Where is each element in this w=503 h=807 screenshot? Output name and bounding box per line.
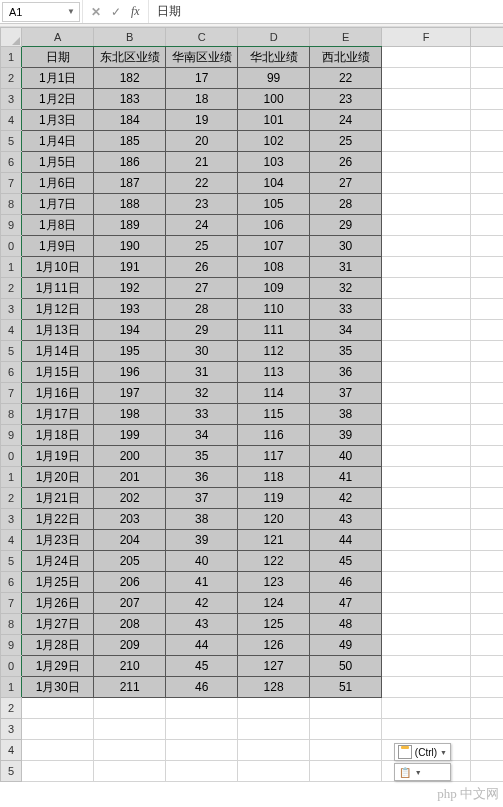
cell[interactable]: 19 <box>166 110 238 131</box>
cell[interactable]: 24 <box>166 215 238 236</box>
cell[interactable]: 210 <box>94 656 166 677</box>
col-header-E[interactable]: E <box>310 28 382 47</box>
cell[interactable]: 99 <box>238 68 310 89</box>
data-header-cell[interactable]: 日期 <box>22 47 94 68</box>
cell[interactable] <box>471 551 503 572</box>
cell[interactable] <box>166 698 238 719</box>
cell[interactable] <box>471 698 503 719</box>
cell[interactable]: 1月29日 <box>22 656 94 677</box>
cell[interactable]: 209 <box>94 635 166 656</box>
cell[interactable]: 35 <box>166 446 238 467</box>
row-header[interactable]: 3 <box>1 509 22 530</box>
cell[interactable]: 29 <box>166 320 238 341</box>
cell[interactable]: 120 <box>238 509 310 530</box>
cell[interactable]: 190 <box>94 236 166 257</box>
cell[interactable]: 1月13日 <box>22 320 94 341</box>
cell[interactable] <box>94 719 166 740</box>
cell[interactable] <box>471 110 503 131</box>
cell[interactable] <box>382 551 471 572</box>
cell[interactable]: 199 <box>94 425 166 446</box>
cell[interactable]: 116 <box>238 425 310 446</box>
cell[interactable]: 50 <box>310 656 382 677</box>
cell[interactable]: 26 <box>310 152 382 173</box>
cell[interactable] <box>22 761 94 782</box>
cell[interactable]: 1月12日 <box>22 299 94 320</box>
cell[interactable]: 109 <box>238 278 310 299</box>
cell[interactable]: 28 <box>310 194 382 215</box>
cell[interactable]: 23 <box>166 194 238 215</box>
row-header[interactable]: 5 <box>1 761 22 782</box>
cell[interactable]: 32 <box>310 278 382 299</box>
cell[interactable] <box>22 719 94 740</box>
cell[interactable] <box>22 698 94 719</box>
cell[interactable]: 121 <box>238 530 310 551</box>
cell[interactable]: 186 <box>94 152 166 173</box>
row-header[interactable]: 7 <box>1 383 22 404</box>
row-header[interactable]: 8 <box>1 614 22 635</box>
cell[interactable] <box>238 761 310 782</box>
paste-ctrl-button[interactable]: (Ctrl) ▼ <box>394 743 451 761</box>
spreadsheet-grid[interactable]: A B C D E F G 1日期东北区业绩华南区业绩华北业绩西北业绩21月1日… <box>0 27 503 782</box>
cell[interactable] <box>471 656 503 677</box>
cell[interactable] <box>382 257 471 278</box>
row-header[interactable]: 0 <box>1 236 22 257</box>
cell[interactable] <box>471 320 503 341</box>
cell[interactable]: 187 <box>94 173 166 194</box>
cell[interactable]: 122 <box>238 551 310 572</box>
cell[interactable]: 31 <box>166 362 238 383</box>
cell[interactable]: 42 <box>310 488 382 509</box>
cell[interactable] <box>471 131 503 152</box>
cell[interactable] <box>382 719 471 740</box>
cell[interactable] <box>471 677 503 698</box>
cell[interactable] <box>382 47 471 68</box>
cell[interactable] <box>471 509 503 530</box>
cell[interactable]: 1月24日 <box>22 551 94 572</box>
cell[interactable]: 37 <box>166 488 238 509</box>
cell[interactable]: 18 <box>166 89 238 110</box>
cell[interactable]: 193 <box>94 299 166 320</box>
cell[interactable]: 128 <box>238 677 310 698</box>
row-header[interactable]: 9 <box>1 635 22 656</box>
cell[interactable] <box>382 425 471 446</box>
cell[interactable] <box>382 173 471 194</box>
cell[interactable]: 27 <box>310 173 382 194</box>
cell[interactable]: 208 <box>94 614 166 635</box>
cell[interactable] <box>382 677 471 698</box>
cell[interactable]: 45 <box>310 551 382 572</box>
cell[interactable]: 191 <box>94 257 166 278</box>
cell[interactable] <box>22 740 94 761</box>
cell[interactable]: 112 <box>238 341 310 362</box>
cell[interactable]: 41 <box>166 572 238 593</box>
cell[interactable]: 38 <box>310 404 382 425</box>
row-header[interactable]: 4 <box>1 530 22 551</box>
cell[interactable] <box>382 362 471 383</box>
name-box[interactable]: A1 ▼ <box>2 2 80 22</box>
cell[interactable] <box>382 320 471 341</box>
col-header-C[interactable]: C <box>166 28 238 47</box>
cell[interactable] <box>471 719 503 740</box>
row-header[interactable]: 1 <box>1 47 22 68</box>
cell[interactable] <box>382 635 471 656</box>
cell[interactable]: 196 <box>94 362 166 383</box>
cell[interactable] <box>382 152 471 173</box>
cell[interactable]: 113 <box>238 362 310 383</box>
cell[interactable] <box>382 110 471 131</box>
cell[interactable]: 23 <box>310 89 382 110</box>
cell[interactable]: 48 <box>310 614 382 635</box>
cell[interactable]: 27 <box>166 278 238 299</box>
cell[interactable]: 36 <box>166 467 238 488</box>
cell[interactable]: 1月22日 <box>22 509 94 530</box>
cell[interactable] <box>382 215 471 236</box>
name-box-dropdown-icon[interactable]: ▼ <box>67 7 75 16</box>
cell[interactable] <box>382 236 471 257</box>
cell[interactable] <box>382 383 471 404</box>
cell[interactable]: 40 <box>310 446 382 467</box>
cell[interactable] <box>382 194 471 215</box>
row-header[interactable]: 7 <box>1 593 22 614</box>
cell[interactable] <box>382 341 471 362</box>
cell[interactable] <box>382 698 471 719</box>
cell[interactable]: 183 <box>94 89 166 110</box>
col-header-B[interactable]: B <box>94 28 166 47</box>
cell[interactable]: 49 <box>310 635 382 656</box>
cell[interactable]: 34 <box>166 425 238 446</box>
